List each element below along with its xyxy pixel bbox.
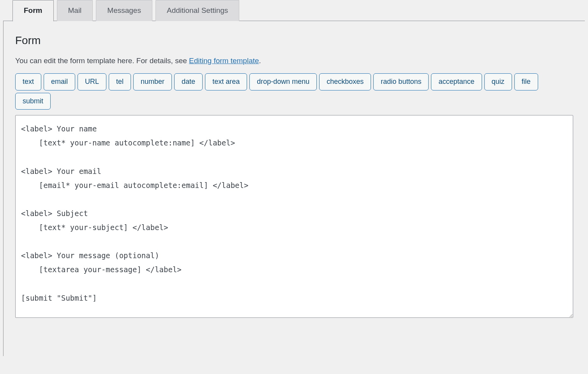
tag-submit-button[interactable]: submit <box>15 93 51 110</box>
tag-dropdown-button[interactable]: drop-down menu <box>249 73 317 90</box>
tag-url-button[interactable]: URL <box>78 73 106 90</box>
desc-text-prefix: You can edit the form template here. For… <box>15 57 189 65</box>
section-title: Form <box>15 34 573 47</box>
tag-email-button[interactable]: email <box>44 73 75 90</box>
tab-form[interactable]: Form <box>12 0 54 21</box>
tag-generator-toolbar: text email URL tel number date text area… <box>15 73 573 110</box>
tag-tel-button[interactable]: tel <box>109 73 131 90</box>
tag-text-button[interactable]: text <box>15 73 41 90</box>
form-template-textarea[interactable] <box>15 115 573 318</box>
tag-file-button[interactable]: file <box>514 73 538 90</box>
tab-additional-settings[interactable]: Additional Settings <box>155 0 239 21</box>
form-panel: Form You can edit the form template here… <box>3 21 585 356</box>
tag-acceptance-button[interactable]: acceptance <box>431 73 482 90</box>
tag-date-button[interactable]: date <box>174 73 203 90</box>
tab-messages[interactable]: Messages <box>96 0 152 21</box>
section-description: You can edit the form template here. For… <box>15 55 573 67</box>
tab-mail[interactable]: Mail <box>57 0 93 21</box>
tag-radio-button[interactable]: radio buttons <box>373 73 429 90</box>
tag-textarea-button[interactable]: text area <box>205 73 247 90</box>
tag-quiz-button[interactable]: quiz <box>484 73 512 90</box>
tab-bar: Form Mail Messages Additional Settings <box>12 0 585 21</box>
desc-text-suffix: . <box>259 57 261 65</box>
editing-form-template-link[interactable]: Editing form template <box>189 57 259 65</box>
tag-checkboxes-button[interactable]: checkboxes <box>319 73 371 90</box>
tag-number-button[interactable]: number <box>133 73 172 90</box>
